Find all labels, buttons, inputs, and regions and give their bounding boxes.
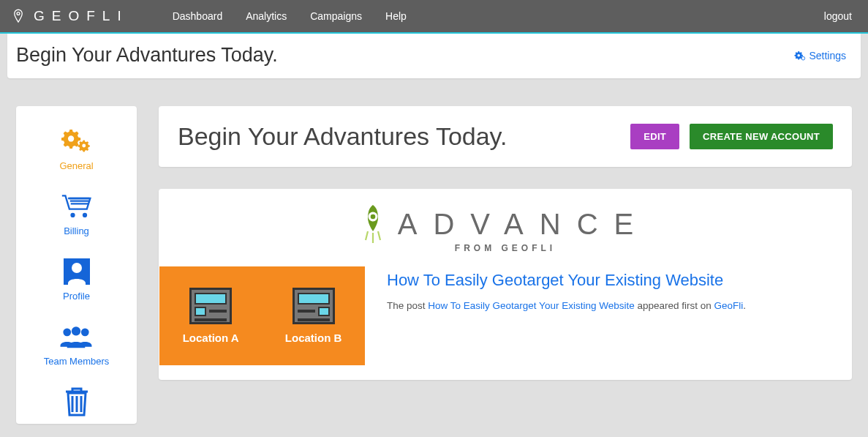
- svg-point-10: [370, 214, 375, 220]
- mini-window-icon: [293, 288, 335, 324]
- advance-brand: ADVANCE FROM GEOFLI: [159, 196, 852, 266]
- brand-logo[interactable]: GEOFLI: [13, 8, 129, 24]
- rocket-pin-icon: [361, 203, 385, 244]
- edit-button[interactable]: EDIT: [630, 124, 679, 149]
- article: Location A Location B How To Easily Geot…: [159, 266, 852, 365]
- mini-window-icon: [189, 288, 232, 324]
- sidebar-item-label: Billing: [64, 225, 89, 236]
- trash-icon: [60, 387, 94, 417]
- sidebar-item-label: Profile: [63, 291, 90, 302]
- thumb-caption-a: Location A: [183, 332, 239, 344]
- sidebar-item-label: General: [59, 160, 93, 171]
- content-panel: ADVANCE FROM GEOFLI Location A: [159, 189, 852, 380]
- panel-actions: EDIT CREATE NEW ACCOUNT: [630, 124, 833, 149]
- gears-icon: [794, 50, 806, 61]
- svg-point-3: [82, 213, 86, 217]
- advance-subtitle: FROM GEOFLI: [455, 243, 556, 253]
- create-account-button[interactable]: CREATE NEW ACCOUNT: [690, 124, 833, 149]
- pin-icon: [13, 9, 23, 23]
- article-excerpt: The post How To Easily Geotarget Your Ex…: [387, 299, 746, 313]
- sidebar-item-general[interactable]: General: [59, 127, 93, 171]
- title-bar: Begin Your Advantures Today. Settings: [7, 34, 861, 78]
- svg-point-8: [81, 329, 89, 337]
- article-body: How To Easily Geotarget Your Existing We…: [387, 266, 768, 313]
- panel-title: Begin Your Advantures Today.: [178, 122, 507, 151]
- sidebar-item-label: Team Members: [44, 356, 110, 367]
- svg-point-5: [72, 263, 82, 273]
- sidebar-item-trash[interactable]: [60, 387, 94, 417]
- settings-link[interactable]: Settings: [794, 50, 846, 61]
- article-link-post[interactable]: How To Easily Geotarget Your Existing We…: [428, 300, 634, 311]
- settings-label: Settings: [809, 50, 846, 61]
- svg-point-6: [64, 329, 72, 337]
- svg-point-2: [70, 213, 75, 217]
- page-title: Begin Your Advantures Today.: [16, 44, 278, 67]
- profile-icon: [60, 257, 94, 286]
- sidebar: General Billing: [16, 106, 137, 424]
- nav-analytics[interactable]: Analytics: [246, 10, 287, 22]
- svg-point-7: [72, 326, 80, 335]
- advance-title: ADVANCE: [398, 208, 649, 241]
- article-thumbnail: Location A Location B: [159, 266, 365, 365]
- svg-point-1: [801, 56, 805, 60]
- nav-help[interactable]: Help: [385, 10, 407, 22]
- team-icon: [59, 322, 93, 351]
- svg-point-0: [17, 12, 20, 15]
- header-panel: Begin Your Advantures Today. EDIT CREATE…: [159, 106, 852, 167]
- gears-icon: [60, 127, 94, 156]
- top-bar: GEOFLI Dashboard Analytics Campaigns Hel…: [0, 0, 868, 34]
- brand-text: GEOFLI: [34, 8, 129, 24]
- article-title[interactable]: How To Easily Geotarget Your Existing We…: [387, 271, 746, 290]
- top-nav: Dashboard Analytics Campaigns Help: [173, 10, 407, 22]
- sidebar-item-billing[interactable]: Billing: [60, 192, 94, 236]
- sidebar-item-team-members[interactable]: Team Members: [44, 322, 110, 367]
- thumb-caption-b: Location B: [285, 332, 342, 344]
- logout-link[interactable]: logout: [824, 10, 852, 22]
- main: Begin Your Advantures Today. EDIT CREATE…: [159, 106, 852, 380]
- cart-icon: [60, 192, 94, 221]
- sidebar-item-profile[interactable]: Profile: [60, 257, 94, 302]
- nav-dashboard[interactable]: Dashboard: [173, 10, 223, 22]
- nav-campaigns[interactable]: Campaigns: [310, 10, 362, 22]
- article-link-site[interactable]: GeoFli: [714, 300, 744, 311]
